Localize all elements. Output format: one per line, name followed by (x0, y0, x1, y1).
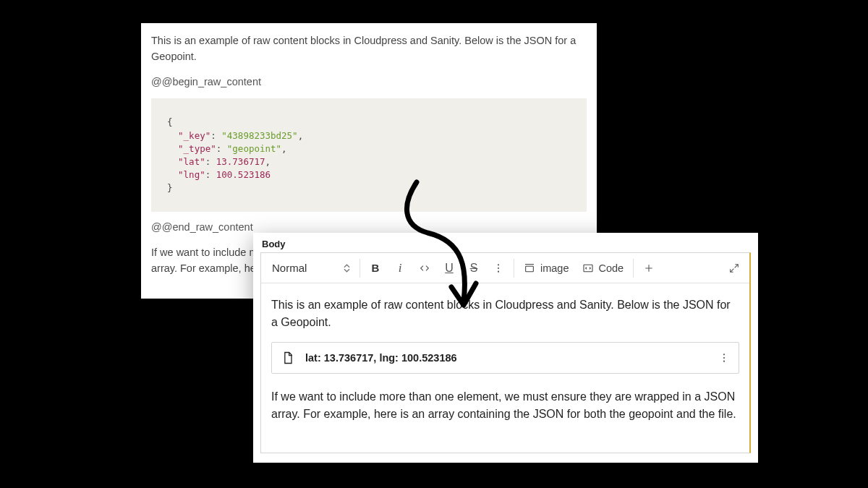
svg-point-5 (723, 354, 725, 356)
editor-toolbar: Normal B i U S image (261, 253, 749, 283)
code-icon (419, 262, 430, 274)
insert-image-button[interactable]: image (517, 256, 576, 281)
field-label: Body (253, 233, 758, 252)
expand-icon (728, 262, 740, 274)
svg-rect-3 (526, 266, 534, 271)
more-formatting-button[interactable] (486, 256, 511, 281)
svg-rect-4 (584, 265, 592, 271)
svg-point-7 (723, 361, 725, 362)
editor-paragraph[interactable]: If we want to include more than one elem… (271, 388, 739, 422)
svg-point-6 (723, 357, 725, 359)
svg-point-0 (498, 264, 499, 265)
dots-vertical-icon (493, 262, 504, 274)
toolbar-divider (514, 259, 514, 278)
code-button-label: Code (599, 262, 624, 274)
geopoint-block-card[interactable]: lat: 13.736717, lng: 100.523186 (271, 342, 739, 374)
document-icon (281, 350, 295, 366)
editor-paragraph[interactable]: This is an example of raw content blocks… (271, 296, 739, 330)
block-card-text: lat: 13.736717, lng: 100.523186 (305, 351, 708, 366)
toolbar-divider (633, 259, 634, 278)
svg-point-1 (498, 267, 499, 268)
svg-point-2 (498, 270, 499, 272)
raw-begin-marker: @@begin_raw_content (151, 74, 587, 90)
editor-body[interactable]: This is an example of raw content blocks… (261, 283, 749, 442)
plus-icon (643, 262, 655, 274)
toolbar-divider (359, 259, 360, 278)
block-style-select[interactable]: Normal (264, 256, 357, 281)
chevron-up-down-icon (344, 264, 350, 273)
sanity-editor-panel: Body Normal B i U S i (253, 233, 758, 463)
add-block-button[interactable] (637, 256, 661, 281)
bold-button[interactable]: B (363, 256, 388, 281)
editor-field: Normal B i U S image (260, 252, 751, 453)
italic-button[interactable]: i (388, 256, 412, 281)
strikethrough-button[interactable]: S (461, 256, 486, 281)
block-style-value: Normal (272, 262, 307, 274)
json-code-block: { "_key": "43898233bd25", "_type": "geop… (151, 98, 587, 212)
image-block-icon (524, 262, 535, 274)
source-intro-text: This is an example of raw content blocks… (151, 33, 587, 65)
dots-vertical-icon[interactable] (718, 352, 730, 364)
code-block-icon (582, 262, 594, 274)
code-inline-button[interactable] (412, 256, 437, 281)
underline-button[interactable]: U (437, 256, 461, 281)
insert-code-button[interactable]: Code (576, 256, 631, 281)
expand-button[interactable] (722, 256, 746, 281)
image-button-label: image (540, 262, 569, 274)
